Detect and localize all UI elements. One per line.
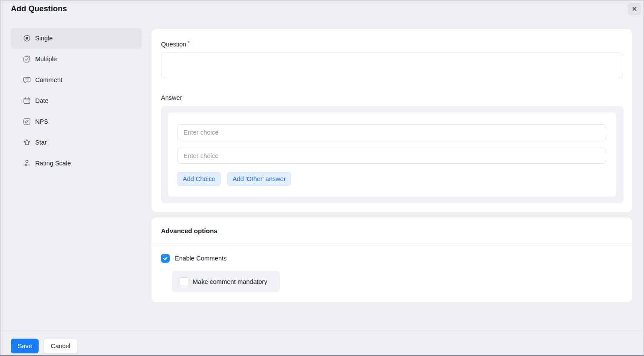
- question-label: Question*: [161, 40, 190, 48]
- enable-comments-checkbox[interactable]: [161, 254, 170, 263]
- question-input[interactable]: [161, 53, 623, 78]
- enable-comments-label: Enable Comments: [175, 255, 227, 262]
- add-other-answer-button[interactable]: Add 'Other' answer: [227, 172, 291, 186]
- question-type-sidebar: Single Multiple Comment Date NPS Star: [11, 28, 142, 174]
- sidebar-item-comment[interactable]: Comment: [11, 69, 142, 90]
- calendar-icon: [23, 97, 31, 105]
- answer-actions: Add Choice Add 'Other' answer: [177, 172, 291, 186]
- choice-input-2[interactable]: [177, 148, 606, 164]
- close-button[interactable]: ✕: [628, 3, 641, 15]
- answer-panel: Add Choice Add 'Other' answer: [161, 106, 624, 203]
- sidebar-item-label: Multiple: [35, 56, 57, 63]
- sidebar-item-label: NPS: [35, 118, 48, 125]
- sidebar-item-star[interactable]: Star: [11, 132, 142, 153]
- sidebar-item-label: Star: [35, 139, 47, 146]
- add-choice-button[interactable]: Add Choice: [177, 172, 221, 186]
- sidebar-item-nps[interactable]: NPS: [11, 111, 142, 132]
- footer-divider: [0, 330, 644, 330]
- rating-slider-icon: [23, 159, 31, 167]
- divider: [151, 244, 632, 244]
- make-comment-mandatory-row[interactable]: Make comment mandatory: [172, 271, 280, 292]
- radio-selected-icon: [23, 34, 31, 42]
- multi-check-icon: [23, 55, 31, 63]
- star-icon: [23, 138, 31, 146]
- cancel-button[interactable]: Cancel: [43, 339, 78, 353]
- answer-choices-card: Add Choice Add 'Other' answer: [168, 112, 616, 197]
- choice-input-1[interactable]: [177, 124, 606, 140]
- speech-bubble-icon: [23, 76, 31, 84]
- sidebar-item-label: Rating Scale: [35, 160, 71, 167]
- advanced-options-title: Advanced options: [161, 227, 217, 234]
- sidebar-item-label: Comment: [35, 76, 62, 83]
- answer-label: Answer: [161, 94, 182, 101]
- sidebar-item-single[interactable]: Single: [11, 28, 142, 49]
- make-comment-mandatory-label: Make comment mandatory: [193, 278, 267, 285]
- sidebar-item-date[interactable]: Date: [11, 90, 142, 111]
- advanced-options-card: Advanced options Enable Comments Make co…: [151, 218, 632, 302]
- close-icon: ✕: [632, 5, 637, 13]
- make-comment-mandatory-checkbox[interactable]: [180, 277, 188, 286]
- gauge-icon: [23, 118, 31, 125]
- page-title: Add Questions: [11, 4, 67, 13]
- sidebar-item-label: Single: [35, 35, 53, 42]
- sidebar-item-multiple[interactable]: Multiple: [11, 49, 142, 69]
- save-button[interactable]: Save: [11, 339, 39, 353]
- sidebar-item-rating-scale[interactable]: Rating Scale: [11, 153, 142, 174]
- sidebar-item-label: Date: [35, 97, 49, 104]
- question-card: Question* Answer Add Choice Add 'Other' …: [151, 29, 632, 212]
- enable-comments-row[interactable]: Enable Comments: [161, 254, 227, 263]
- required-marker: *: [187, 40, 190, 46]
